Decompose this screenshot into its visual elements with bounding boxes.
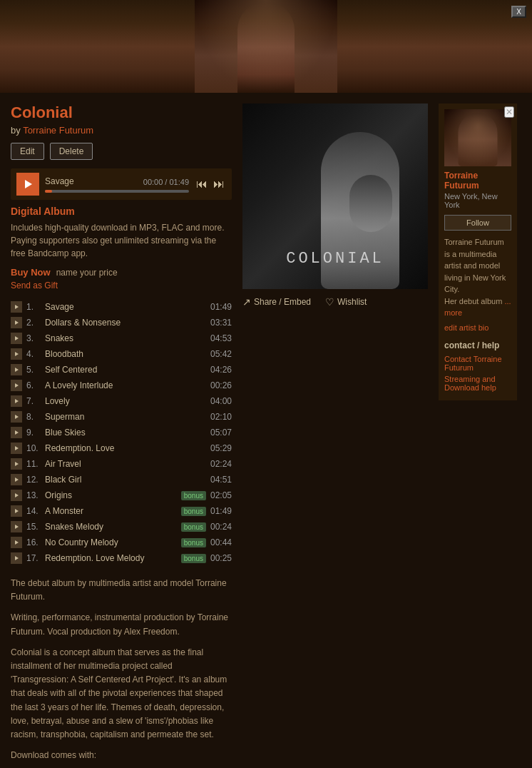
track-item: 16.No Country Melodybonus00:44 xyxy=(11,535,232,550)
track-play-button[interactable] xyxy=(11,458,22,470)
track-play-icon xyxy=(15,352,19,356)
streaming-help-link[interactable]: Streaming and Download help xyxy=(444,375,511,392)
next-button[interactable]: ⏭ xyxy=(212,176,226,192)
track-play-button[interactable] xyxy=(11,521,22,532)
name-price-label: name your price xyxy=(56,268,118,278)
track-play-button[interactable] xyxy=(11,348,22,360)
track-play-button[interactable] xyxy=(11,411,22,423)
track-item: 13.Originsbonus02:05 xyxy=(11,487,232,503)
progress-bar[interactable] xyxy=(45,190,189,193)
track-title: Self Centered xyxy=(45,365,206,375)
artist-bio: Torraine Futurum is a multimedia artist … xyxy=(444,236,511,319)
track-play-icon xyxy=(15,462,19,466)
track-title: Origins xyxy=(45,490,177,500)
track-play-button[interactable] xyxy=(11,505,22,517)
track-number: 1. xyxy=(26,302,41,312)
track-duration: 00:44 xyxy=(210,537,232,547)
album-actions: ↗ Share / Embed ♡ Wishlist xyxy=(242,289,428,315)
track-duration: 00:26 xyxy=(210,380,232,390)
artist-name-link[interactable]: Torraine Futurum xyxy=(23,125,93,136)
desc-p1: The debut album by multimedia artist and… xyxy=(11,577,232,604)
track-play-icon xyxy=(15,320,19,325)
share-embed-link[interactable]: ↗ Share / Embed xyxy=(242,296,311,308)
digital-album-heading: Digital Album xyxy=(11,206,232,217)
track-play-button[interactable] xyxy=(11,552,22,564)
track-number: 2. xyxy=(26,318,41,328)
follow-button[interactable]: Follow xyxy=(444,215,511,231)
contact-artist-link[interactable]: Contact Torraine Futurum xyxy=(444,355,511,372)
album-description: The debut album by multimedia artist and… xyxy=(11,577,232,768)
track-duration: 04:53 xyxy=(210,333,232,343)
track-play-button[interactable] xyxy=(11,301,22,313)
track-title: Lovely xyxy=(45,396,206,406)
track-play-button[interactable] xyxy=(11,537,22,548)
track-play-button[interactable] xyxy=(11,490,22,501)
track-play-icon xyxy=(15,336,19,340)
buy-now-label[interactable]: Buy Now xyxy=(11,267,51,278)
bonus-tag: bonus xyxy=(181,538,206,547)
track-item: 7.Lovely04:00 xyxy=(11,393,232,409)
ad-close-button[interactable]: X xyxy=(511,6,526,18)
track-duration: 02:05 xyxy=(210,490,232,500)
track-title: Black Girl xyxy=(45,475,206,485)
track-number: 13. xyxy=(26,490,41,500)
track-item: 4.Bloodbath05:42 xyxy=(11,346,232,362)
track-item: 11.Air Travel02:24 xyxy=(11,456,232,472)
contact-section: contact / help Contact Torraine Futurum … xyxy=(444,340,511,392)
track-title: Savage xyxy=(45,302,206,312)
artist-card-location: New York, New York xyxy=(444,192,511,209)
track-item: 2.Dollars & Nonsense03:31 xyxy=(11,315,232,330)
right-column: ✕ Torraine Futurum New York, New York Fo… xyxy=(439,103,517,768)
track-play-button[interactable] xyxy=(11,317,22,328)
audio-player: Savage 00:00 / 01:49 ⏮ ⏭ xyxy=(11,168,232,200)
track-number: 7. xyxy=(26,396,41,406)
artist-card: ✕ Torraine Futurum New York, New York Fo… xyxy=(439,103,517,400)
track-play-button[interactable] xyxy=(11,380,22,391)
track-title: Snakes xyxy=(45,333,206,343)
track-play-icon xyxy=(15,509,19,513)
track-play-button[interactable] xyxy=(11,333,22,344)
edit-artist-bio-link[interactable]: edit artist bio xyxy=(444,323,511,332)
edit-button[interactable]: Edit xyxy=(11,143,44,160)
album-art-title-overlay: COLONIAL xyxy=(286,250,384,268)
track-play-button[interactable] xyxy=(11,474,22,485)
track-time: 00:00 / 01:49 xyxy=(143,178,189,186)
track-item: 10.Redemption. Love05:29 xyxy=(11,440,232,456)
track-item: 5.Self Centered04:26 xyxy=(11,362,232,378)
track-item: 14.A Monsterbonus01:49 xyxy=(11,503,232,519)
track-number: 5. xyxy=(26,365,41,375)
track-number: 15. xyxy=(26,522,41,532)
track-item: 17.Redemption. Love Melodybonus00:25 xyxy=(11,550,232,566)
track-duration: 04:51 xyxy=(210,475,232,485)
track-duration: 00:25 xyxy=(210,553,232,563)
track-duration: 04:00 xyxy=(210,396,232,406)
header-banner: X xyxy=(0,0,532,93)
wishlist-link[interactable]: ♡ Wishlist xyxy=(325,296,367,308)
delete-button[interactable]: Delete xyxy=(50,143,93,160)
track-number: 4. xyxy=(26,349,41,359)
prev-button[interactable]: ⏮ xyxy=(195,176,209,192)
play-button[interactable] xyxy=(16,173,39,196)
main-content: Colonial by Torraine Futurum Edit Delete… xyxy=(0,93,532,768)
send-gift-link[interactable]: Send as Gift xyxy=(11,281,232,290)
track-play-icon xyxy=(15,383,19,388)
track-play-icon xyxy=(15,368,19,372)
artist-card-close-button[interactable]: ✕ xyxy=(504,106,514,118)
track-item: 8.Superman02:10 xyxy=(11,409,232,425)
bonus-tag: bonus xyxy=(181,507,206,516)
track-item: 1.Savage01:49 xyxy=(11,299,232,315)
track-play-icon xyxy=(15,556,19,560)
track-title: Bloodbath xyxy=(45,349,206,359)
track-duration: 02:10 xyxy=(210,412,232,422)
track-item: 15.Snakes Melodybonus00:24 xyxy=(11,519,232,535)
heart-icon: ♡ xyxy=(325,296,334,308)
track-title: Air Travel xyxy=(45,459,206,469)
track-item: 12.Black Girl04:51 xyxy=(11,472,232,487)
track-title: A Monster xyxy=(45,506,177,516)
track-play-button[interactable] xyxy=(11,443,22,454)
track-play-icon xyxy=(15,540,19,545)
action-buttons: Edit Delete xyxy=(11,143,232,160)
track-play-button[interactable] xyxy=(11,395,22,407)
track-play-button[interactable] xyxy=(11,364,22,375)
track-play-button[interactable] xyxy=(11,427,22,438)
